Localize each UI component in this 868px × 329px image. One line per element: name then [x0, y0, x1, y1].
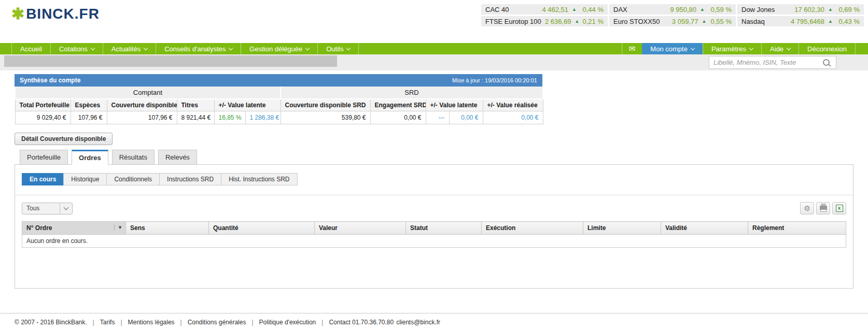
nav-item-mon-compte[interactable]: Mon compte — [642, 41, 703, 56]
account-summary-section: Synthèse du compte Mise à jour : 19/03/2… — [15, 74, 542, 124]
footer-link-mentions-legales[interactable]: Mentions légales — [128, 319, 175, 326]
chevron-down-icon — [749, 46, 753, 50]
col-titres: Titres — [177, 99, 214, 111]
orders-col-sens[interactable]: Sens — [126, 222, 209, 235]
index-value: 17 602,30 — [783, 6, 824, 13]
tab-releves[interactable]: Relevés — [158, 150, 197, 165]
index-value: 4 462,51 — [527, 6, 568, 13]
footer-separator: | — [321, 319, 323, 326]
detail-couverture-button[interactable]: Détail Couverture disponible — [15, 133, 113, 145]
summary-updated-timestamp: Mise à jour : 19/03/2016 00:20:01 — [452, 77, 537, 83]
summary-values-row: 9 029,40 € 107,96 € 107,96 € 8 921,44 € … — [15, 111, 543, 124]
orders-filter-select[interactable]: Tous — [22, 203, 73, 214]
settings-button[interactable]: ⚙ — [800, 202, 814, 214]
orders-col-execution[interactable]: Exécution — [482, 222, 583, 235]
orders-col-quantite[interactable]: Quantité — [209, 222, 315, 235]
market-ticker: CAC 40 4 462,51 ▲ 0,44 % DAX 9 950,80 ▲ … — [481, 4, 864, 26]
summary-header-row: Total Portefeuille Espèces Couverture di… — [15, 99, 543, 111]
orders-subtabs: En cours Historique Conditionnels Instru… — [22, 173, 853, 185]
index-quote-nasdaq: Nasdaq 4 795,6468 ▲ 0,43 % — [737, 16, 864, 26]
summary-group-row: Comptant SRD — [15, 87, 543, 99]
footer-separator: | — [180, 319, 182, 326]
subtab-hist-instructions-srd[interactable]: Hist. Instructions SRD — [221, 173, 297, 185]
index-value: 3 059,77 — [660, 18, 698, 25]
nav-item-accueil[interactable]: Accueil — [11, 43, 50, 54]
binck-logo[interactable]: ✱ BINCK.FR — [11, 6, 100, 22]
orders-col-label: N° Ordre — [26, 224, 52, 232]
nav-item-parametres[interactable]: Paramètres — [703, 43, 761, 54]
value-latente-eur: 1 286,38 € — [245, 111, 281, 124]
footer-contact-email[interactable]: clients@binck.fr — [396, 319, 440, 326]
orders-col-valeur[interactable]: Valeur — [315, 222, 406, 235]
nav-label: Actualités — [111, 45, 141, 53]
index-change: 0,59 % — [708, 6, 732, 13]
tab-ordres[interactable]: Ordres — [72, 150, 108, 165]
index-quote-dax: DAX 9 950,80 ▲ 0,59 % — [609, 4, 736, 15]
group-srd: SRD — [281, 87, 543, 99]
nav-label: Paramètres — [711, 45, 746, 53]
nav-label: Mon compte — [650, 45, 688, 53]
tab-portefeuille[interactable]: Portefeuille — [20, 150, 68, 165]
print-button[interactable] — [816, 202, 830, 214]
orders-col-validite[interactable]: Validité — [661, 222, 748, 235]
orders-empty-row: Aucun ordre en cours. — [22, 235, 846, 248]
search-input[interactable] — [709, 59, 823, 66]
orders-col-reglement[interactable]: Règlement — [748, 222, 846, 235]
index-quote-ftse-eurotop: FTSE Eurotop 100 2 636,69 ▲ 0,21 % — [481, 16, 608, 26]
gear-icon: ⚙ — [804, 205, 810, 212]
excel-export-button[interactable]: X — [832, 202, 846, 214]
index-value: 4 795,6468 — [783, 18, 824, 25]
sort-arrow-icon[interactable]: ▾ — [114, 224, 121, 230]
nav-item-actualites[interactable]: Actualités — [103, 43, 156, 54]
orders-col-numero[interactable]: ▾ N° Ordre — [22, 222, 126, 235]
binck-asterisk-icon: ✱ — [11, 6, 24, 22]
nav-item-cotations[interactable]: Cotations — [50, 43, 103, 54]
nav-item-aide[interactable]: Aide — [761, 43, 799, 54]
up-arrow-icon: ▲ — [572, 7, 577, 12]
nav-item-outils[interactable]: Outils — [317, 43, 359, 54]
search-icon[interactable] — [823, 59, 830, 66]
col-value-latente-srd: +/- Value latente — [426, 99, 483, 111]
messages-button[interactable]: ✉ — [622, 43, 642, 54]
nav-item-conseils-analystes[interactable]: Conseils d'analystes — [156, 43, 241, 54]
top-header: ✱ BINCK.FR CAC 40 4 462,51 ▲ 0,44 % DAX … — [0, 0, 868, 43]
excel-export-icon: X — [836, 205, 843, 212]
chevron-down-icon — [64, 205, 69, 210]
footer-link-politique-execution[interactable]: Politique d'exécution — [259, 319, 316, 326]
subtab-conditionnels[interactable]: Conditionnels — [106, 173, 160, 185]
nav-item-deconnexion[interactable]: Déconnexion — [799, 43, 856, 54]
orders-toolbar: Tous ⚙ X — [22, 202, 846, 214]
orders-tool-icons: ⚙ X — [798, 202, 846, 214]
binck-account-page: ✱ BINCK.FR CAC 40 4 462,51 ▲ 0,44 % DAX … — [0, 0, 868, 329]
footer-separator: | — [251, 319, 253, 326]
chevron-down-icon — [144, 46, 148, 50]
tab-resultats[interactable]: Résultats — [112, 150, 155, 165]
index-name: Nasdaq — [741, 18, 783, 25]
index-name: CAC 40 — [485, 6, 527, 13]
col-value-realisee: +/- Value réalisée — [483, 99, 543, 111]
orders-col-limite[interactable]: Limite — [583, 222, 661, 235]
footer-link-conditions-generales[interactable]: Conditions générales — [188, 319, 246, 326]
value-latente-srd-pct: --- — [426, 111, 449, 124]
main-tabs: Portefeuille Ordres Résultats Relevés — [20, 150, 868, 165]
panel-divider — [15, 195, 853, 195]
footer-separator: | — [120, 319, 122, 326]
page-footer: © 2007 - 2016 BinckBank. | Tarifs | Ment… — [0, 313, 868, 326]
subtab-historique[interactable]: Historique — [63, 173, 107, 185]
value-engagement-srd: 0,00 € — [370, 111, 426, 124]
nav-item-gestion-deleguee[interactable]: Gestion déléguée — [241, 43, 317, 54]
chevron-down-icon — [346, 46, 351, 50]
envelope-icon: ✉ — [629, 44, 636, 53]
subtab-instructions-srd[interactable]: Instructions SRD — [159, 173, 221, 185]
chevron-down-icon — [787, 46, 791, 50]
orders-col-statut[interactable]: Statut — [406, 222, 482, 235]
subtab-en-cours[interactable]: En cours — [22, 173, 64, 185]
index-change: 0,44 % — [580, 6, 604, 13]
main-nav-left: Accueil Cotations Actualités Conseils d'… — [11, 43, 359, 54]
footer-link-tarifs[interactable]: Tarifs — [100, 319, 115, 326]
chevron-down-icon — [91, 46, 95, 50]
up-arrow-icon: ▲ — [828, 19, 833, 24]
chevron-down-icon — [229, 46, 233, 50]
select-dropdown-button[interactable] — [60, 203, 72, 214]
index-name: DAX — [613, 6, 655, 13]
